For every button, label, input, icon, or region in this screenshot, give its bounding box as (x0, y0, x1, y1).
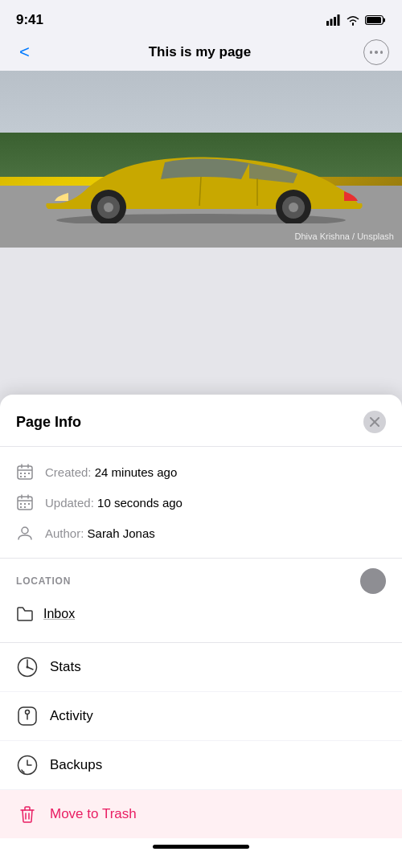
svg-rect-35 (28, 503, 30, 505)
svg-point-15 (289, 203, 298, 212)
svg-rect-32 (24, 503, 26, 505)
author-value: Sarah Jonas (88, 526, 155, 540)
battery-icon (365, 14, 386, 26)
location-item[interactable]: Inbox (16, 602, 386, 629)
nav-bar: < This is my page (0, 35, 402, 71)
created-row: Created: 24 minutes ago (16, 457, 386, 487)
created-value: 24 minutes ago (95, 465, 178, 479)
stats-menu-item[interactable]: Stats (0, 643, 402, 692)
photo-credit: Dhiva Krishna / Unsplash (294, 231, 394, 241)
location-header: LOCATION (16, 568, 386, 594)
trash-label: Move to Trash (50, 806, 137, 822)
svg-rect-6 (367, 17, 381, 23)
activity-label: Activity (50, 708, 93, 724)
hero-image: Dhiva Krishna / Unsplash (0, 71, 402, 248)
location-name: Inbox (43, 607, 75, 621)
author-row: Author: Sarah Jonas (16, 518, 386, 548)
svg-rect-26 (28, 473, 30, 474)
status-icons (326, 14, 386, 26)
location-label: LOCATION (16, 575, 71, 587)
person-icon (16, 524, 34, 542)
backups-label: Backups (50, 757, 102, 773)
activity-menu-item[interactable]: Activity (0, 692, 402, 741)
signal-icon (326, 14, 341, 26)
svg-point-36 (22, 527, 28, 534)
calendar-icon-created (16, 463, 34, 481)
inbox-folder-icon (16, 605, 34, 623)
trash-icon (16, 803, 39, 825)
wifi-icon (346, 14, 360, 26)
back-button[interactable]: < (13, 39, 36, 66)
svg-rect-31 (20, 503, 22, 505)
more-dots-icon (370, 51, 384, 54)
svg-rect-22 (20, 473, 22, 474)
home-bar (153, 845, 249, 849)
info-rows: Created: 24 minutes ago Updated: 10 seco… (0, 447, 402, 558)
updated-text: Updated: 10 seconds ago (45, 496, 183, 510)
svg-rect-23 (24, 473, 26, 474)
svg-rect-25 (24, 476, 26, 477)
svg-rect-24 (20, 476, 22, 477)
svg-rect-5 (384, 18, 386, 23)
location-toggle-button[interactable] (360, 568, 386, 594)
author-text: Author: Sarah Jonas (45, 526, 155, 540)
svg-rect-2 (334, 17, 336, 26)
svg-rect-3 (338, 14, 340, 26)
activity-icon (16, 705, 39, 727)
move-to-trash-item[interactable]: Move to Trash (0, 790, 402, 838)
backups-icon (16, 754, 39, 776)
status-bar: 9:41 (0, 0, 402, 35)
backups-menu-item[interactable]: Backups (0, 741, 402, 790)
menu-list: Stats Activity Backups (0, 642, 402, 838)
svg-point-40 (27, 666, 29, 669)
stats-label: Stats (50, 659, 81, 675)
bottom-sheet: Page Info (0, 395, 402, 868)
page-title: This is my page (149, 44, 252, 60)
more-button[interactable] (363, 39, 389, 65)
svg-rect-33 (20, 506, 22, 508)
updated-value: 10 seconds ago (97, 496, 183, 510)
created-text: Created: 24 minutes ago (45, 465, 177, 479)
car-illustration (24, 143, 378, 223)
updated-row: Updated: 10 seconds ago (16, 487, 386, 518)
page-info-header: Page Info (0, 395, 402, 446)
close-icon (370, 417, 379, 427)
home-indicator (0, 838, 402, 852)
calendar-icon-updated (16, 493, 34, 511)
svg-rect-0 (326, 21, 329, 26)
svg-rect-34 (24, 506, 26, 508)
status-time: 9:41 (16, 12, 43, 28)
svg-point-12 (104, 203, 113, 212)
stats-icon (16, 656, 39, 678)
svg-rect-1 (330, 19, 333, 27)
close-button[interactable] (363, 411, 386, 433)
location-section: LOCATION Inbox (0, 558, 402, 636)
page-info-title: Page Info (16, 414, 81, 431)
